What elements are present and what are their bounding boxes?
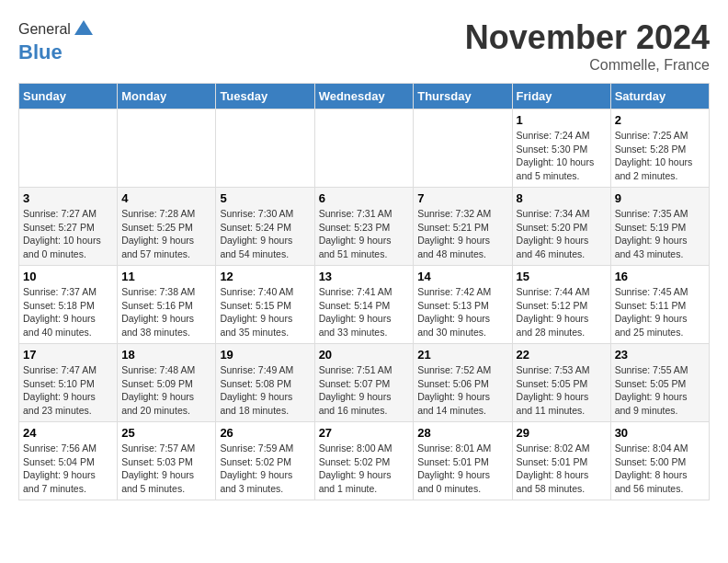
weekday-header: Wednesday [314, 84, 414, 109]
day-number: 21 [417, 348, 507, 362]
calendar-cell: 30Sunrise: 8:04 AM Sunset: 5:00 PM Dayli… [610, 422, 709, 500]
day-number: 17 [23, 348, 113, 362]
day-number: 24 [23, 426, 113, 440]
day-info: Sunrise: 7:59 AM Sunset: 5:02 PM Dayligh… [220, 442, 310, 496]
day-info: Sunrise: 7:28 AM Sunset: 5:25 PM Dayligh… [121, 207, 211, 261]
calendar-cell: 24Sunrise: 7:56 AM Sunset: 5:04 PM Dayli… [19, 422, 118, 500]
day-number: 27 [319, 426, 410, 440]
day-info: Sunrise: 7:48 AM Sunset: 5:09 PM Dayligh… [121, 363, 211, 418]
day-info: Sunrise: 7:24 AM Sunset: 5:30 PM Dayligh… [517, 129, 607, 183]
calendar-cell [216, 109, 314, 188]
day-info: Sunrise: 7:57 AM Sunset: 5:03 PM Dayligh… [121, 442, 211, 496]
day-number: 30 [615, 426, 705, 440]
calendar-week-row: 1Sunrise: 7:24 AM Sunset: 5:30 PM Daylig… [19, 109, 710, 188]
day-number: 8 [517, 191, 607, 205]
calendar-cell [19, 109, 118, 188]
calendar-cell: 1Sunrise: 7:24 AM Sunset: 5:30 PM Daylig… [512, 109, 610, 188]
calendar-cell [314, 109, 414, 188]
day-info: Sunrise: 7:30 AM Sunset: 5:24 PM Dayligh… [220, 207, 310, 261]
weekday-header: Friday [512, 84, 610, 109]
calendar-cell [414, 109, 512, 188]
day-info: Sunrise: 8:01 AM Sunset: 5:01 PM Dayligh… [417, 442, 507, 496]
calendar-cell: 29Sunrise: 8:02 AM Sunset: 5:01 PM Dayli… [512, 422, 610, 500]
day-info: Sunrise: 7:27 AM Sunset: 5:27 PM Dayligh… [23, 207, 113, 261]
calendar-cell: 18Sunrise: 7:48 AM Sunset: 5:09 PM Dayli… [118, 344, 216, 422]
day-info: Sunrise: 7:51 AM Sunset: 5:07 PM Dayligh… [319, 363, 410, 418]
calendar-cell: 9Sunrise: 7:35 AM Sunset: 5:19 PM Daylig… [610, 188, 709, 266]
day-info: Sunrise: 8:00 AM Sunset: 5:02 PM Dayligh… [319, 442, 410, 496]
calendar-cell: 2Sunrise: 7:25 AM Sunset: 5:28 PM Daylig… [610, 109, 709, 188]
calendar-cell: 4Sunrise: 7:28 AM Sunset: 5:25 PM Daylig… [118, 188, 216, 266]
day-info: Sunrise: 7:45 AM Sunset: 5:11 PM Dayligh… [615, 285, 705, 339]
day-info: Sunrise: 7:53 AM Sunset: 5:05 PM Dayligh… [517, 363, 607, 418]
weekday-header: Tuesday [216, 84, 314, 109]
day-info: Sunrise: 7:42 AM Sunset: 5:13 PM Dayligh… [417, 285, 507, 339]
day-number: 28 [417, 426, 507, 440]
day-info: Sunrise: 7:32 AM Sunset: 5:21 PM Dayligh… [417, 207, 507, 261]
weekday-header: Saturday [610, 84, 709, 109]
logo-icon [73, 18, 95, 40]
calendar-cell: 16Sunrise: 7:45 AM Sunset: 5:11 PM Dayli… [610, 266, 709, 344]
calendar-cell: 28Sunrise: 8:01 AM Sunset: 5:01 PM Dayli… [414, 422, 512, 500]
day-info: Sunrise: 7:31 AM Sunset: 5:23 PM Dayligh… [319, 207, 410, 261]
day-info: Sunrise: 8:02 AM Sunset: 5:01 PM Dayligh… [517, 442, 607, 496]
calendar-cell: 7Sunrise: 7:32 AM Sunset: 5:21 PM Daylig… [414, 188, 512, 266]
day-number: 13 [319, 270, 410, 283]
calendar-cell [118, 109, 216, 188]
day-info: Sunrise: 8:04 AM Sunset: 5:00 PM Dayligh… [615, 442, 705, 496]
location-subtitle: Commelle, France [465, 57, 710, 74]
day-info: Sunrise: 7:38 AM Sunset: 5:16 PM Dayligh… [121, 285, 211, 339]
month-title: November 2024 [465, 18, 710, 57]
day-number: 29 [517, 426, 607, 440]
calendar-cell: 12Sunrise: 7:40 AM Sunset: 5:15 PM Dayli… [216, 266, 314, 344]
weekday-header: Monday [118, 84, 216, 109]
day-number: 22 [517, 348, 607, 362]
calendar-cell: 19Sunrise: 7:49 AM Sunset: 5:08 PM Dayli… [216, 344, 314, 422]
calendar-cell: 22Sunrise: 7:53 AM Sunset: 5:05 PM Dayli… [512, 344, 610, 422]
logo: General Blue [18, 18, 95, 64]
calendar-header-row: SundayMondayTuesdayWednesdayThursdayFrid… [19, 84, 710, 109]
day-info: Sunrise: 7:40 AM Sunset: 5:15 PM Dayligh… [220, 285, 310, 339]
day-info: Sunrise: 7:41 AM Sunset: 5:14 PM Dayligh… [319, 285, 410, 339]
day-number: 20 [319, 348, 410, 362]
calendar-cell: 17Sunrise: 7:47 AM Sunset: 5:10 PM Dayli… [19, 344, 118, 422]
day-number: 3 [23, 191, 113, 205]
day-info: Sunrise: 7:55 AM Sunset: 5:05 PM Dayligh… [615, 363, 705, 418]
calendar-cell: 14Sunrise: 7:42 AM Sunset: 5:13 PM Dayli… [414, 266, 512, 344]
calendar-cell: 23Sunrise: 7:55 AM Sunset: 5:05 PM Dayli… [610, 344, 709, 422]
calendar-cell: 13Sunrise: 7:41 AM Sunset: 5:14 PM Dayli… [314, 266, 414, 344]
day-number: 7 [417, 191, 507, 205]
calendar-cell: 3Sunrise: 7:27 AM Sunset: 5:27 PM Daylig… [19, 188, 118, 266]
day-info: Sunrise: 7:47 AM Sunset: 5:10 PM Dayligh… [23, 363, 113, 418]
calendar-week-row: 17Sunrise: 7:47 AM Sunset: 5:10 PM Dayli… [19, 344, 710, 422]
calendar-cell: 20Sunrise: 7:51 AM Sunset: 5:07 PM Dayli… [314, 344, 414, 422]
day-number: 9 [615, 191, 705, 205]
day-number: 19 [220, 348, 310, 362]
logo-general-text: General [18, 21, 71, 38]
day-number: 11 [121, 270, 211, 283]
day-number: 26 [220, 426, 310, 440]
day-number: 23 [615, 348, 705, 362]
calendar-cell: 27Sunrise: 8:00 AM Sunset: 5:02 PM Dayli… [314, 422, 414, 500]
day-number: 5 [220, 191, 310, 205]
calendar-cell: 26Sunrise: 7:59 AM Sunset: 5:02 PM Dayli… [216, 422, 314, 500]
weekday-header: Sunday [19, 84, 118, 109]
calendar-week-row: 10Sunrise: 7:37 AM Sunset: 5:18 PM Dayli… [19, 266, 710, 344]
day-number: 4 [121, 191, 211, 205]
day-number: 15 [517, 270, 607, 283]
day-number: 14 [417, 270, 507, 283]
calendar-cell: 5Sunrise: 7:30 AM Sunset: 5:24 PM Daylig… [216, 188, 314, 266]
day-number: 10 [23, 270, 113, 283]
calendar-cell: 25Sunrise: 7:57 AM Sunset: 5:03 PM Dayli… [118, 422, 216, 500]
day-number: 16 [615, 270, 705, 283]
calendar-cell: 8Sunrise: 7:34 AM Sunset: 5:20 PM Daylig… [512, 188, 610, 266]
day-info: Sunrise: 7:52 AM Sunset: 5:06 PM Dayligh… [417, 363, 507, 418]
calendar-cell: 21Sunrise: 7:52 AM Sunset: 5:06 PM Dayli… [414, 344, 512, 422]
day-number: 25 [121, 426, 211, 440]
day-number: 6 [319, 191, 410, 205]
day-number: 12 [220, 270, 310, 283]
calendar-week-row: 3Sunrise: 7:27 AM Sunset: 5:27 PM Daylig… [19, 188, 710, 266]
calendar-cell: 15Sunrise: 7:44 AM Sunset: 5:12 PM Dayli… [512, 266, 610, 344]
day-number: 2 [615, 113, 705, 127]
svg-marker-0 [74, 20, 93, 35]
